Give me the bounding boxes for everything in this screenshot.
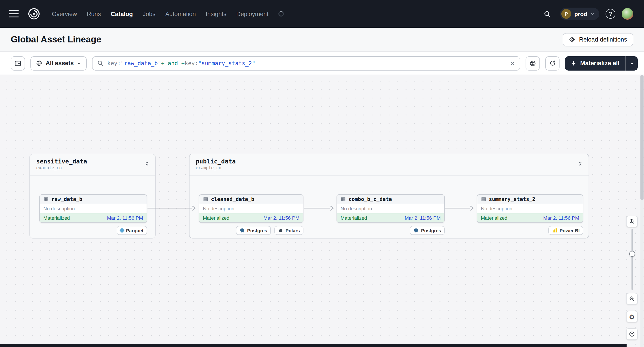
asset-scope-label: All assets — [46, 60, 74, 66]
zoom-slider-track — [631, 229, 632, 290]
menu-icon[interactable] — [9, 10, 19, 17]
nav-item-runs[interactable]: Runs — [87, 10, 101, 17]
help-icon[interactable]: ? — [606, 9, 616, 19]
loading-spinner-icon — [278, 11, 284, 16]
asset-node-cleaned-data-b[interactable]: cleaned_data_b No description Materializ… — [199, 194, 304, 223]
table-icon — [481, 197, 486, 202]
materialization-timestamp[interactable]: Mar 2, 11:56 PM — [405, 215, 441, 221]
deployment-switcher[interactable]: P prod — [560, 7, 599, 20]
query-segment: key: — [184, 60, 198, 66]
query-segment: + — [181, 60, 184, 66]
chevron-down-icon — [77, 61, 81, 65]
zoom-slider[interactable] — [626, 229, 638, 290]
nav-item-jobs[interactable]: Jobs — [143, 10, 156, 17]
query-segment: "raw_data_b" — [121, 60, 161, 66]
refresh-icon — [549, 60, 556, 66]
nav-item-automation[interactable]: Automation — [165, 10, 196, 17]
zoom-in-button[interactable] — [626, 216, 638, 227]
scrollbar-thumb[interactable] — [640, 75, 644, 200]
refresh-button[interactable] — [545, 56, 560, 70]
zoom-out-button[interactable] — [626, 293, 638, 305]
deployment-initial-badge: P — [561, 9, 571, 19]
group-subtitle: example_co — [36, 165, 149, 170]
materialization-timestamp[interactable]: Mar 2, 11:56 PM — [107, 215, 143, 221]
group-title: public_data — [196, 158, 582, 165]
open-sidebar-button[interactable] — [11, 56, 25, 70]
lineage-canvas[interactable]: sensitive_data example_co raw_data_b No … — [0, 75, 644, 347]
materialization-timestamp[interactable]: Mar 2, 11:56 PM — [543, 215, 579, 221]
asset-description: No description — [40, 204, 146, 213]
kind-tag-label: Parquet — [126, 228, 144, 233]
asset-selection-input[interactable]: key: "raw_data_b" + and + key: "summary_… — [92, 56, 520, 70]
clear-query-icon[interactable] — [510, 60, 515, 66]
dagster-logo-icon[interactable] — [28, 7, 40, 20]
status-badge: Materialized — [203, 215, 230, 221]
materialization-timestamp[interactable]: Mar 2, 11:56 PM — [264, 215, 300, 221]
vertical-scrollbar[interactable] — [640, 75, 644, 347]
parquet-icon — [119, 228, 124, 233]
user-avatar[interactable] — [622, 8, 633, 20]
asset-status-row: Materialized Mar 2, 11:56 PM — [40, 213, 146, 222]
asset-selection-query: key: "raw_data_b" + and + key: "summary_… — [107, 60, 506, 66]
nav-item-catalog[interactable]: Catalog — [111, 10, 133, 17]
group-subtitle: example_co — [196, 165, 582, 170]
asset-name: combo_b_c_data — [348, 196, 392, 202]
materialize-options-button[interactable] — [625, 56, 638, 70]
search-icon[interactable] — [540, 7, 554, 20]
collapse-group-icon[interactable] — [142, 159, 150, 167]
definitions-icon — [569, 36, 576, 43]
status-badge: Materialized — [340, 215, 367, 221]
kind-tag-postgres[interactable]: Postgres — [410, 226, 445, 235]
asset-description: No description — [477, 204, 583, 213]
search-icon — [97, 60, 104, 66]
globe-network-icon — [529, 60, 536, 67]
globe-icon — [36, 60, 42, 66]
status-badge: Materialized — [43, 215, 70, 221]
asset-name: summary_stats_2 — [489, 196, 536, 202]
graph-options-button[interactable]: ⚙ — [626, 311, 638, 323]
query-segment: "summary_stats_2" — [198, 60, 256, 66]
asset-status-row: Materialized Mar 2, 11:56 PM — [477, 213, 583, 222]
reload-definitions-button[interactable]: Reload definitions — [562, 33, 633, 46]
nav-item-insights[interactable]: Insights — [206, 10, 226, 17]
group-title: sensitive_data — [36, 158, 149, 165]
asset-group-public-data: public_data example_co cleaned_data_b No… — [189, 154, 589, 239]
graph-settings-button[interactable] — [526, 56, 540, 70]
nav-item-overview[interactable]: Overview — [52, 10, 77, 17]
asset-name: raw_data_b — [52, 196, 82, 202]
collapse-group-icon[interactable] — [576, 159, 584, 167]
kind-tag-label: Power BI — [560, 228, 580, 233]
table-icon — [43, 197, 49, 202]
asset-status-row: Materialized Mar 2, 11:56 PM — [199, 213, 303, 222]
kind-tag-powerbi[interactable]: Power BI — [548, 226, 583, 235]
bottom-edge-bar — [0, 344, 626, 347]
kind-tag-label: Postgres — [247, 228, 267, 233]
nav-item-deployment[interactable]: Deployment — [236, 10, 268, 17]
kind-tag-postgres[interactable]: Postgres — [236, 226, 271, 235]
asset-node-combo-b-c-data[interactable]: combo_b_c_data No description Materializ… — [336, 194, 445, 223]
asset-scope-dropdown[interactable]: All assets — [30, 56, 87, 70]
table-icon — [340, 197, 346, 202]
kind-tag-polars[interactable]: Polars — [274, 226, 304, 235]
polars-icon — [278, 228, 283, 233]
primary-nav: Overview Runs Catalog Jobs Automation In… — [52, 10, 284, 17]
materialize-all-label: Materialize all — [580, 60, 620, 66]
kind-tag-label: Postgres — [421, 228, 441, 233]
materialize-icon — [571, 60, 576, 66]
materialize-all-button[interactable]: Materialize all — [565, 56, 625, 70]
zoom-slider-handle[interactable] — [629, 251, 635, 257]
table-icon — [203, 197, 208, 202]
powerbi-icon — [552, 228, 557, 233]
query-segment: and — [164, 60, 181, 66]
materialize-all-split-button: Materialize all — [565, 56, 638, 70]
kind-tag-parquet[interactable]: Parquet — [117, 226, 147, 235]
asset-description: No description — [337, 204, 444, 213]
feedback-button[interactable] — [626, 328, 638, 340]
gear-icon: ⚙ — [629, 313, 635, 320]
query-segment: key: — [107, 60, 121, 66]
query-segment: + — [161, 60, 164, 66]
asset-node-summary-stats-2[interactable]: summary_stats_2 No description Materiali… — [477, 194, 583, 223]
reload-definitions-label: Reload definitions — [579, 36, 627, 43]
postgres-icon — [240, 228, 245, 233]
asset-node-raw-data-b[interactable]: raw_data_b No description Materialized M… — [39, 194, 147, 223]
